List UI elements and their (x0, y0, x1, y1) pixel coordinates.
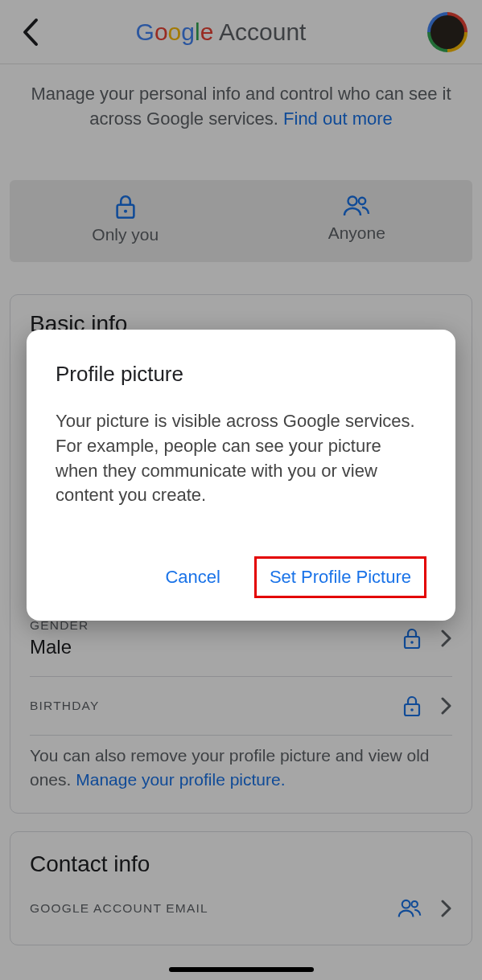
set-profile-picture-button[interactable]: Set Profile Picture (263, 562, 418, 593)
cancel-button[interactable]: Cancel (159, 562, 226, 593)
home-indicator[interactable] (169, 967, 314, 972)
profile-picture-dialog: Profile picture Your picture is visible … (27, 330, 455, 621)
confirm-highlight: Set Profile Picture (254, 556, 426, 598)
screen-root: Google Account About me Manage your pers… (0, 0, 482, 980)
dialog-title: Profile picture (56, 362, 426, 387)
dialog-actions: Cancel Set Profile Picture (56, 556, 426, 598)
dialog-body: Your picture is visible across Google se… (56, 409, 426, 508)
